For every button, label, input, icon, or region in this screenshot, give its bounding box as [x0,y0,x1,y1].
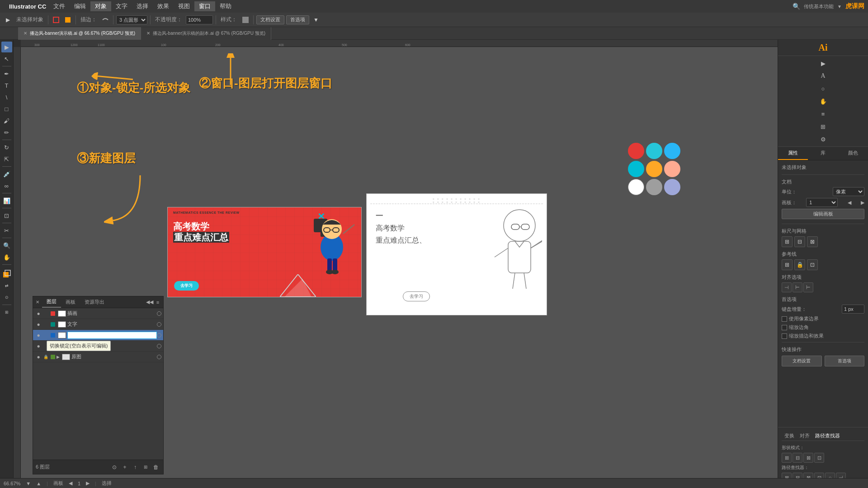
intersect-icon[interactable]: ⊠ [803,453,813,463]
move-selection-icon[interactable]: ↑ [131,463,140,472]
rp-tab-color[interactable]: 颜色 [838,147,868,160]
align-center-h-icon[interactable]: ⊢ [793,282,802,292]
swatch-gray[interactable] [646,179,662,195]
snap-checkbox[interactable] [782,316,787,322]
swatch-orange[interactable] [646,161,662,177]
edit-artboard-button[interactable]: 编辑画板 [782,209,864,219]
rp-tool-layers[interactable]: ≡ [818,108,829,119]
workspace-label[interactable]: 传统基本功能 [804,3,834,10]
tab-1[interactable]: ✕ 播边风-banner演示稿.ai @ 66.67% (RGB/GPU 预览) [18,27,141,40]
round-corners-checkbox[interactable] [782,325,787,330]
rp-artboard-prev[interactable]: ◀ [848,200,851,206]
layer-lock-1[interactable] [42,310,49,317]
layer-name-input-3[interactable] [67,332,157,339]
make-clipping-mask-icon[interactable]: ⊙ [110,463,119,472]
minus-front-icon[interactable]: ⊟ [793,453,802,463]
swatch-white[interactable] [628,179,644,195]
grid-icon[interactable]: ⊟ [794,236,805,247]
rp-tab-library[interactable]: 库 [808,147,838,160]
pencil-tool[interactable]: ✏ [1,127,12,138]
layer-tab-assets[interactable]: 资源导出 [80,297,109,307]
type-tool[interactable]: T [1,80,12,91]
zoom-tool[interactable]: 🔍 [1,240,12,251]
ruler-icon[interactable]: ⊞ [782,236,793,247]
rp-tool-cursor[interactable]: ▶ [818,58,829,69]
tab-2-close[interactable]: ✕ [146,31,150,36]
unite-icon[interactable]: ⊞ [782,453,792,463]
align-right-icon[interactable]: ⊢ [803,282,813,292]
rect-tool[interactable]: □ [1,103,12,114]
swap-icon[interactable]: ⇄ [1,280,12,291]
rp-artboard-select[interactable]: 1 [806,198,838,207]
rp-unit-select[interactable]: 像素 [833,187,864,196]
rotate-tool[interactable]: ↻ [1,142,12,153]
artboard-prev-btn[interactable]: ◀ [69,480,72,486]
layer-expand-5[interactable]: ▶ [57,355,60,359]
menu-item-help[interactable]: 帮助 [215,1,236,11]
layer-row-1[interactable]: ● 插画 [33,308,163,319]
bottom-tab-align[interactable]: 对齐 [797,431,812,441]
layer-eye-2[interactable]: ● [35,321,42,328]
layer-lock-2[interactable] [42,321,49,328]
rp-tool-letter-a[interactable]: A [818,70,829,81]
swatch-cyan[interactable] [628,161,644,177]
quick-doc-settings-button[interactable]: 文档设置 [782,356,822,366]
eyedropper-tool[interactable]: 💉 [1,169,12,179]
layer-panel-close[interactable]: ✕ [33,298,42,306]
layer-eye-1[interactable]: ● [35,310,42,317]
slice-tool[interactable]: ✂ [1,225,12,236]
align-left-icon[interactable]: ⊣ [782,282,792,292]
menu-item-view[interactable]: 视图 [174,1,194,11]
doc-settings-button[interactable]: 文档设置 [256,15,284,24]
change-screen-icon[interactable]: ⊞ [1,307,12,318]
menu-item-select[interactable]: 选择 [132,1,153,11]
create-new-sublayer-icon[interactable]: + [120,463,129,472]
swatch-periwinkle[interactable] [664,179,680,195]
tab-2[interactable]: ✕ 播边风-banner演示稿的副本.ai @ 67% (RGB/GPU 预览) [141,27,271,40]
search-icon[interactable]: 🔍 [793,3,800,10]
preferences-button[interactable]: 首选项 [286,15,309,24]
pen-tool[interactable]: ✒ [1,68,12,79]
graph-tool[interactable]: 📊 [1,195,12,206]
layer-eye-3[interactable]: ● [35,332,42,339]
layer-row-3[interactable]: ● 切换锁定(空白表示可编辑) [33,330,163,341]
chevron-down-icon[interactable]: ▼ [837,4,842,9]
artboard-next-btn[interactable]: ▶ [86,480,90,486]
menu-item-object[interactable]: 对象 [90,1,111,11]
more-options-icon[interactable]: ▼ [311,15,321,25]
menu-item-window[interactable]: 窗口 [194,1,215,11]
rp-tool-hand[interactable]: ✋ [818,96,829,107]
rp-tool-transform[interactable]: ⊞ [818,121,829,132]
opacity-input[interactable] [186,15,213,24]
selection-tool[interactable]: ▶ [1,42,12,52]
rp-tool-settings[interactable]: ⚙ [818,134,829,145]
default-colors-icon[interactable]: ⊙ [1,292,12,303]
swatch-red[interactable] [628,143,644,159]
layer-eye-5[interactable]: ● [35,353,42,361]
delete-layer-icon[interactable]: 🗑 [151,463,160,472]
fill-icon[interactable] [1,268,12,279]
zoom-level[interactable]: 66.67% [4,481,20,486]
rp-tab-properties[interactable]: 属性 [778,147,808,160]
stroke-type-select[interactable]: 3 点圆形 [116,15,147,24]
quick-preferences-button[interactable]: 首选项 [825,356,865,366]
layer-panel-collapse-icon[interactable]: ◀◀ [146,299,153,306]
zoom-stepper-down[interactable]: ▼ [26,481,31,486]
style-swatch[interactable] [241,15,250,25]
bottom-tab-pathfinder[interactable]: 路径查找器 [812,431,843,441]
layer-row-5[interactable]: ● 🔒 ▶ 原图 [33,352,163,362]
blend-tool[interactable]: ∞ [1,180,12,191]
zoom-stepper-up[interactable]: ▲ [36,481,41,486]
bottom-tab-transform[interactable]: 变换 [782,431,797,441]
line-tool[interactable]: \ [1,92,12,103]
direct-select-tool[interactable]: ↖ [1,53,12,64]
layer-lock-3[interactable] [42,332,49,339]
layer-row-2[interactable]: ● 文字 [33,319,163,330]
layer-tab-artboards[interactable]: 画板 [61,297,80,307]
scale-tool[interactable]: ⇱ [1,154,12,164]
swatch-teal[interactable] [646,143,662,159]
artboard-tool[interactable]: ⊡ [1,210,12,221]
menu-item-edit[interactable]: 编辑 [70,1,90,11]
collect-icon[interactable]: ⊞ [141,463,150,472]
menu-item-file[interactable]: 文件 [49,1,70,11]
